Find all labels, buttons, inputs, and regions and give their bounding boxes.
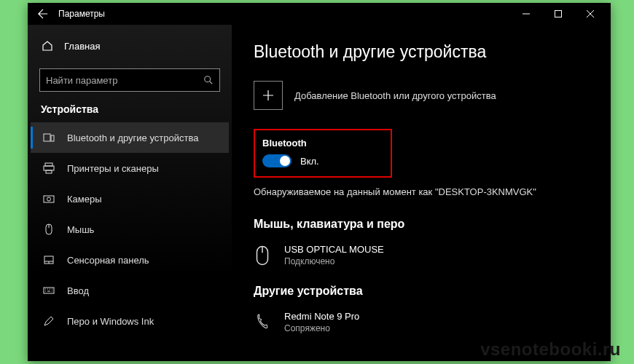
svg-rect-6 — [46, 170, 52, 173]
titlebar: Параметры — [28, 3, 611, 25]
bluetooth-toggle[interactable] — [262, 154, 291, 167]
content-pane: Bluetooth и другие устройства Добавление… — [232, 25, 611, 361]
home-label: Главная — [64, 41, 100, 52]
svg-rect-5 — [44, 166, 54, 170]
bluetooth-highlight: Bluetooth Вкл. — [254, 129, 392, 178]
sidebar-item-touchpad[interactable]: Сенсорная панель — [31, 245, 229, 275]
svg-rect-11 — [44, 288, 54, 293]
maximize-icon — [555, 10, 562, 17]
touchpad-icon — [42, 253, 55, 266]
keyboard-icon — [42, 284, 55, 297]
sidebar-item-label: Камеры — [67, 194, 102, 205]
printer-icon — [42, 162, 55, 175]
sidebar-item-label: Перо и Windows Ink — [67, 316, 154, 327]
sidebar-item-mouse[interactable]: Мышь — [31, 214, 229, 245]
mouse-icon — [42, 223, 55, 236]
sidebar-item-label: Мышь — [67, 224, 94, 235]
bluetooth-state: Вкл. — [300, 156, 319, 167]
close-icon — [587, 10, 594, 17]
page-heading: Bluetooth и другие устройства — [254, 42, 589, 62]
sidebar-item-typing[interactable]: Ввод — [31, 275, 229, 306]
devices-icon — [42, 131, 55, 144]
sidebar-item-label: Ввод — [67, 285, 89, 296]
device-row[interactable]: USB OPTICAL MOUSE Подключено — [254, 241, 589, 285]
device-status: Подключено — [284, 256, 384, 266]
sidebar-item-printers[interactable]: Принтеры и сканеры — [31, 153, 229, 183]
sidebar-item-cameras[interactable]: Камеры — [31, 183, 229, 214]
svg-rect-4 — [45, 163, 52, 166]
bluetooth-label: Bluetooth — [262, 138, 380, 149]
sidebar-item-pen[interactable]: Перо и Windows Ink — [31, 306, 229, 336]
home-icon — [41, 39, 54, 52]
back-button[interactable] — [32, 3, 54, 25]
pen-icon — [42, 314, 55, 328]
svg-rect-0 — [555, 11, 562, 17]
svg-point-1 — [205, 76, 211, 82]
watermark: vsenotebooki.ru — [480, 339, 621, 360]
sidebar-item-label: Принтеры и сканеры — [67, 163, 159, 174]
add-device-label: Добавление Bluetooth или другого устройс… — [294, 90, 496, 101]
camera-icon — [42, 192, 55, 205]
maximize-button[interactable] — [542, 3, 574, 25]
device-name: USB OPTICAL MOUSE — [284, 244, 384, 255]
window-title: Параметры — [58, 9, 105, 19]
sidebar-item-bluetooth[interactable]: Bluetooth и другие устройства — [31, 122, 229, 153]
mouse-icon — [255, 244, 274, 272]
svg-rect-3 — [51, 135, 54, 141]
settings-window: Параметры Главная — [28, 3, 611, 361]
home-link[interactable]: Главная — [31, 32, 229, 60]
window-controls — [510, 3, 606, 25]
phone-icon — [255, 311, 274, 339]
svg-rect-2 — [44, 134, 50, 141]
sidebar-item-label: Сенсорная панель — [67, 255, 149, 266]
device-status: Сопряжено — [284, 323, 359, 333]
search-icon — [203, 75, 214, 85]
sidebar-item-label: Bluetooth и другие устройства — [67, 132, 198, 143]
sidebar-nav: Bluetooth и другие устройства Принтеры и… — [31, 122, 229, 336]
plus-icon — [254, 81, 283, 110]
search-input[interactable] — [46, 75, 203, 86]
discoverable-text: Обнаруживаемое на данный момент как "DES… — [254, 186, 589, 197]
sidebar-group: Устройства — [31, 92, 229, 122]
add-device-button[interactable]: Добавление Bluetooth или другого устройс… — [254, 81, 589, 110]
minimize-button[interactable] — [510, 3, 542, 25]
sidebar: Главная Устройства Bluetooth и другие ус… — [28, 25, 232, 361]
section-mouse-keyboard: Мышь, клавиатура и перо — [254, 218, 589, 231]
section-other-devices: Другие устройства — [254, 285, 589, 298]
minimize-icon — [523, 10, 530, 17]
svg-rect-7 — [44, 196, 54, 202]
svg-point-8 — [47, 197, 51, 201]
search-box[interactable] — [39, 68, 220, 92]
device-name: Redmi Note 9 Pro — [284, 311, 359, 322]
close-button[interactable] — [574, 3, 606, 25]
arrow-left-icon — [38, 9, 48, 19]
